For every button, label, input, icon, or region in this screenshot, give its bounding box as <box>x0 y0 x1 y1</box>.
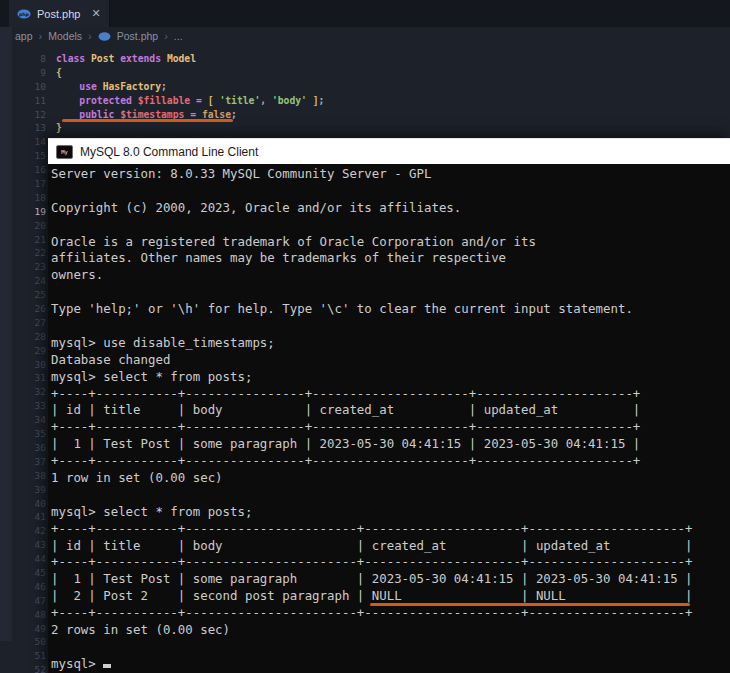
svg-text:php: php <box>19 11 30 16</box>
console-line: Oracle is a registered trademark of Orac… <box>51 234 730 251</box>
console-line: Copyright (c) 2000, 2023, Oracle and/or … <box>51 200 730 217</box>
line-number: 19 <box>0 205 46 219</box>
breadcrumb-item-app[interactable]: app <box>15 30 33 42</box>
line-number: 27 <box>0 316 46 330</box>
line-number: 48 <box>0 608 46 622</box>
code-line: class Post extends Model <box>56 52 324 66</box>
console-line: +----+-----------+----------------------… <box>51 554 730 571</box>
line-number: 9 <box>0 66 46 80</box>
console-line: +----+-----------+----------------------… <box>51 521 730 538</box>
php-file-icon <box>98 32 111 41</box>
console-line: | id | title | body | created_at | updat… <box>51 402 730 419</box>
mysql-window: My MySQL 8.0 Command Line Client Server … <box>48 138 730 673</box>
console-line: Server version: 8.0.33 MySQL Community S… <box>51 166 730 183</box>
mysql-titlebar[interactable]: My MySQL 8.0 Command Line Client <box>48 138 730 164</box>
line-number: 15 <box>0 149 46 163</box>
line-number: 51 <box>0 649 46 663</box>
line-number: 44 <box>0 552 46 566</box>
code-line: protected $fillable = [ 'title', 'body' … <box>56 94 324 108</box>
console-line: 1 row in set (0.00 sec) <box>51 470 730 487</box>
console-line: +----+-----------+----------------+-----… <box>51 453 730 470</box>
console-line <box>51 487 730 504</box>
console-line: +----+-----------+----------------+-----… <box>51 419 730 436</box>
breadcrumb-item-file[interactable]: Post.php <box>117 30 158 42</box>
line-number: 33 <box>0 399 46 413</box>
line-number: 11 <box>0 94 46 108</box>
line-number: 21 <box>0 233 46 247</box>
line-number: 35 <box>0 427 46 441</box>
console-line: owners. <box>51 267 730 284</box>
breadcrumb-item-models[interactable]: Models <box>48 30 82 42</box>
console-line <box>51 284 730 301</box>
console-line: +----+-----------+----------------+-----… <box>51 386 730 403</box>
line-number: 10 <box>0 80 46 94</box>
line-number: 39 <box>0 483 46 497</box>
line-number: 41 <box>0 510 46 524</box>
console-line: affiliates. Other names may be trademark… <box>51 250 730 267</box>
console-line: mysql> select * from posts; <box>51 504 730 521</box>
mysql-console-icon: My <box>56 145 73 159</box>
console-output: Server version: 8.0.33 MySQL Community S… <box>51 166 730 656</box>
console-line: +----+-----------+----------------------… <box>51 605 730 622</box>
line-number: 18 <box>0 191 46 205</box>
console-line: 2 rows in set (0.00 sec) <box>51 622 730 639</box>
console-line: Database changed <box>51 352 730 369</box>
line-number: 50 <box>0 635 46 649</box>
console-line: | 1 | Test Post | some paragraph | 2023-… <box>51 436 730 453</box>
line-number: 8 <box>0 52 46 66</box>
php-file-icon: php <box>17 9 31 19</box>
code-line: } <box>56 121 324 135</box>
annotation-underline-editor <box>62 119 233 122</box>
editor-gutter: 8910111213141516171819202122232425262728… <box>0 52 46 673</box>
line-number: 36 <box>0 441 46 455</box>
breadcrumb-item-symbol[interactable]: ... <box>174 30 183 42</box>
line-number: 40 <box>0 497 46 511</box>
code-line: use HasFactory; <box>56 80 324 94</box>
console-line: | 2 | Post 2 | second post paragraph | N… <box>51 588 730 605</box>
chevron-right-icon: › <box>39 30 43 42</box>
line-number: 49 <box>0 622 46 636</box>
line-number: 26 <box>0 302 46 316</box>
line-number: 13 <box>0 121 46 135</box>
close-tab-icon[interactable]: ✕ <box>91 7 100 20</box>
chevron-right-icon: › <box>164 30 168 42</box>
console-line <box>51 318 730 335</box>
console-line: mysql> select * from posts; <box>51 369 730 386</box>
console-line <box>51 217 730 234</box>
line-number: 22 <box>0 246 46 260</box>
tab-label: Post.php <box>37 8 80 20</box>
breadcrumb: app › Models › Post.php › ... <box>15 27 183 45</box>
console-prompt-line: mysql> <box>51 656 730 673</box>
line-number: 47 <box>0 594 46 608</box>
line-number: 52 <box>0 663 46 673</box>
line-number: 31 <box>0 371 46 385</box>
line-number: 32 <box>0 385 46 399</box>
tab-post-php[interactable]: php Post.php ✕ <box>9 0 110 27</box>
line-number: 17 <box>0 177 46 191</box>
line-number: 14 <box>0 135 46 149</box>
console-line: mysql> use disable_timestamps; <box>51 335 730 352</box>
line-number: 28 <box>0 330 46 344</box>
terminal-cursor <box>103 664 111 668</box>
line-number: 46 <box>0 580 46 594</box>
line-number: 23 <box>0 260 46 274</box>
line-number: 12 <box>0 108 46 122</box>
editor-code[interactable]: class Post extends Model{ use HasFactory… <box>56 52 324 135</box>
line-number: 30 <box>0 358 46 372</box>
line-number: 42 <box>0 524 46 538</box>
line-number: 38 <box>0 469 46 483</box>
console-prompt: mysql> <box>51 656 96 671</box>
line-number: 43 <box>0 538 46 552</box>
line-number: 34 <box>0 413 46 427</box>
chevron-right-icon: › <box>88 30 92 42</box>
line-number: 37 <box>0 455 46 469</box>
code-line: { <box>56 66 324 80</box>
line-number: 16 <box>0 163 46 177</box>
console-line: | id | title | body | created_at | updat… <box>51 538 730 555</box>
vscode-window: php Post.php ✕ app › Models › Post.php ›… <box>0 0 730 673</box>
line-number: 25 <box>0 288 46 302</box>
console-line: Type 'help;' or '\h' for help. Type '\c'… <box>51 301 730 318</box>
line-number: 20 <box>0 219 46 233</box>
mysql-console[interactable]: Server version: 8.0.33 MySQL Community S… <box>48 164 730 673</box>
editor-tab-bar: php Post.php ✕ <box>0 0 730 27</box>
